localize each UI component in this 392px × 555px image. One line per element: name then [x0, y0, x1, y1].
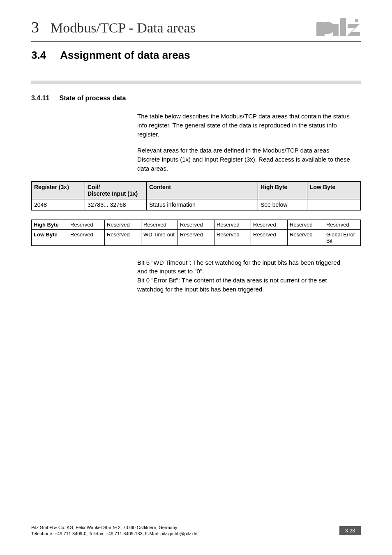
cell: Reserved — [324, 220, 361, 229]
cell: Reserved — [178, 220, 214, 229]
subsection-number: 3.4.11 — [31, 95, 49, 102]
table-row: 2048 32783... 32768 Status information S… — [32, 199, 361, 210]
section-title: Assignment of data areas — [60, 49, 190, 62]
row-label: High Byte — [32, 220, 68, 229]
cell: 32783... 32768 — [85, 199, 147, 210]
footer-rule — [31, 521, 361, 521]
col-header: Coil/ Discrete Input (1x) — [85, 181, 147, 199]
cell: Reserved — [141, 220, 178, 229]
paragraph: Relevant areas for the data are defined … — [137, 146, 351, 173]
col-header: Register (3x) — [32, 181, 85, 199]
subsection-heading: 3.4.11 State of process data — [31, 95, 361, 102]
header-rule — [31, 41, 361, 42]
cell: WD Time-out — [141, 229, 178, 245]
byte-table: High Byte Reserved Reserved Reserved Res… — [31, 220, 361, 246]
row-label: Low Byte — [32, 229, 68, 245]
cell: Status information — [147, 199, 258, 210]
cell: Reserved — [288, 220, 324, 229]
cell: Reserved — [288, 229, 324, 245]
cell: Reserved — [214, 229, 251, 245]
section-heading: 3.4 Assignment of data areas — [31, 49, 361, 62]
register-table: Register (3x) Coil/ Discrete Input (1x) … — [31, 181, 361, 210]
svg-rect-2 — [333, 24, 339, 36]
section-divider — [31, 81, 361, 84]
footer-line: Telephone: +49 711 3409-0, Telefax: +49 … — [31, 531, 197, 537]
section-number: 3.4 — [31, 49, 46, 62]
svg-rect-3 — [340, 18, 346, 36]
cell: Reserved — [68, 229, 105, 245]
cell: Reserved — [251, 220, 288, 229]
table-row: Low Byte Reserved Reserved WD Time-out R… — [32, 229, 361, 245]
cell: Reserved — [178, 229, 214, 245]
cell: Global Error Bit — [324, 229, 361, 245]
cell: Reserved — [68, 220, 105, 229]
subsection-title: State of process data — [59, 95, 126, 102]
note-line: Bit 0 "Error Bit": The content of the da… — [137, 276, 351, 294]
svg-rect-1 — [316, 22, 325, 36]
page: 3 Modbus/TCP - Data areas 3.4 Assignment… — [0, 0, 392, 555]
cell: Reserved — [105, 229, 141, 245]
pilz-logo — [316, 18, 361, 38]
cell: Reserved — [214, 220, 251, 229]
table-row: High Byte Reserved Reserved Reserved Res… — [32, 220, 361, 229]
col-header: High Byte — [258, 181, 307, 199]
footer-line: Pilz GmbH & Co. KG, Felix-Wankel-Straße … — [31, 525, 197, 531]
col-header: Low Byte — [307, 181, 361, 199]
footer-row: Pilz GmbH & Co. KG, Felix-Wankel-Straße … — [31, 525, 361, 537]
chapter-number: 3 — [31, 18, 39, 36]
chapter-heading: 3 Modbus/TCP - Data areas — [31, 18, 196, 36]
note-line: Bit 5 "WD Timeout": The set watchdog for… — [137, 258, 351, 276]
cell: Reserved — [105, 220, 141, 229]
cell: See below — [258, 199, 307, 210]
col-header: Content — [147, 181, 258, 199]
page-number-badge: 3-23 — [339, 526, 361, 535]
intro-paragraphs: The table below describes the Modbus/TCP… — [137, 112, 351, 173]
cell — [307, 199, 361, 210]
chapter-title: Modbus/TCP - Data areas — [51, 20, 196, 36]
bit-notes: Bit 5 "WD Timeout": The set watchdog for… — [137, 258, 351, 294]
table-header-row: Register (3x) Coil/ Discrete Input (1x) … — [32, 181, 361, 199]
cell: 2048 — [32, 199, 85, 210]
page-header: 3 Modbus/TCP - Data areas — [31, 18, 361, 36]
footer-text: Pilz GmbH & Co. KG, Felix-Wankel-Straße … — [31, 525, 197, 537]
cell: Reserved — [251, 229, 288, 245]
paragraph: The table below describes the Modbus/TCP… — [137, 112, 351, 139]
page-footer: Pilz GmbH & Co. KG, Felix-Wankel-Straße … — [31, 521, 361, 537]
svg-point-0 — [355, 19, 358, 22]
